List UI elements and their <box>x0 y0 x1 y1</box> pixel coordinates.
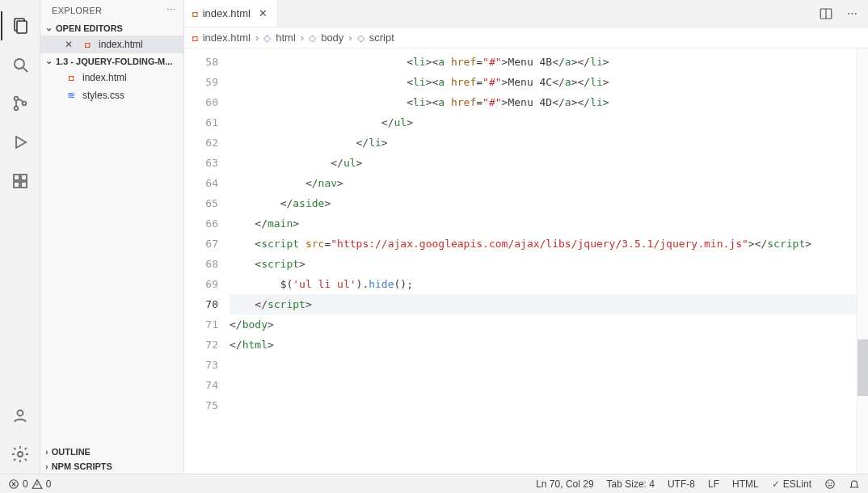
code-line[interactable]: <li><a href="#">Menu 4C</a></li> <box>230 72 868 92</box>
chevron-right-icon: › <box>255 32 259 44</box>
npm-label: NPM SCRIPTS <box>52 461 112 471</box>
outline-label: OUTLINE <box>52 447 91 457</box>
svg-point-4 <box>14 97 18 101</box>
html-file-icon: ◘ <box>192 33 198 43</box>
open-editor-item[interactable]: ✕ ◘ index.html <box>40 36 183 53</box>
explorer-icon[interactable] <box>1 6 40 45</box>
error-count: 0 <box>23 478 28 490</box>
close-icon[interactable]: ✕ <box>65 39 76 50</box>
open-editors-label: OPEN EDITORS <box>56 23 123 33</box>
svg-point-12 <box>17 411 23 416</box>
svg-point-21 <box>828 482 829 483</box>
breadcrumb-item[interactable]: ◇ html <box>263 32 296 44</box>
npm-scripts-header[interactable]: › NPM SCRIPTS <box>40 459 183 474</box>
code-line[interactable]: </body> <box>230 314 868 335</box>
status-tabsize[interactable]: Tab Size: 4 <box>607 478 655 490</box>
svg-rect-1 <box>17 21 27 33</box>
status-bar: 0 0 Ln 70, Col 29 Tab Size: 4 UTF-8 LF H… <box>0 474 868 493</box>
svg-rect-9 <box>14 182 19 188</box>
chevron-down-icon: ⌄ <box>45 56 53 66</box>
editor-tab[interactable]: ◘ index.html ✕ <box>184 0 278 27</box>
svg-point-22 <box>831 482 832 483</box>
code-line[interactable]: </script> <box>230 294 868 314</box>
search-icon[interactable] <box>1 45 40 84</box>
status-eol[interactable]: LF <box>708 478 719 490</box>
breadcrumb-label: script <box>369 32 394 44</box>
split-editor-icon[interactable] <box>818 6 834 22</box>
status-problems[interactable]: 0 0 <box>8 478 51 490</box>
svg-point-20 <box>826 479 835 488</box>
svg-rect-11 <box>21 175 27 180</box>
svg-rect-10 <box>21 182 27 188</box>
html-file-icon: ◘ <box>65 71 78 84</box>
project-label: 1.3 - JQUERY-FOLDING-M... <box>56 57 172 66</box>
element-icon: ◇ <box>263 32 271 44</box>
run-debug-icon[interactable] <box>1 123 40 162</box>
svg-point-5 <box>14 107 18 111</box>
chevron-right-icon: › <box>348 32 352 44</box>
breadcrumb-label: body <box>321 32 343 44</box>
breadcrumbs[interactable]: ◘ index.html › ◇ html › ◇ body › ◇ scrip… <box>184 27 868 48</box>
code-line[interactable]: </aside> <box>230 193 868 213</box>
breadcrumb-item[interactable]: ◇ body <box>309 32 343 44</box>
editor-group: ◘ index.html ✕ ⋯ ◘ index.html › ◇ html › <box>184 0 868 474</box>
warning-count: 0 <box>46 478 52 490</box>
status-feedback-icon[interactable] <box>824 478 836 490</box>
line-number-gutter[interactable]: 585960616263646566676869707172737475 <box>184 48 230 474</box>
project-file-item[interactable]: ≋ styles.css <box>40 86 183 104</box>
status-cursor[interactable]: Ln 70, Col 29 <box>536 478 593 490</box>
project-file-item[interactable]: ◘ index.html <box>40 69 183 86</box>
code-line[interactable]: </ul> <box>230 153 868 173</box>
element-icon: ◇ <box>309 32 316 44</box>
status-language[interactable]: HTML <box>732 478 759 490</box>
html-file-icon: ◘ <box>192 9 198 19</box>
file-name: styles.css <box>82 90 124 101</box>
chevron-right-icon: › <box>45 447 48 457</box>
status-encoding[interactable]: UTF-8 <box>668 478 695 490</box>
element-icon: ◇ <box>357 32 364 44</box>
svg-point-13 <box>18 452 23 457</box>
html-file-icon: ◘ <box>81 38 94 51</box>
tab-label: index.html <box>203 7 251 19</box>
svg-rect-8 <box>14 175 19 180</box>
css-file-icon: ≋ <box>65 89 78 102</box>
editor-more-icon[interactable]: ⋯ <box>844 6 860 22</box>
open-editors-header[interactable]: ⌄ OPEN EDITORS <box>40 20 183 36</box>
chevron-right-icon: › <box>301 32 304 44</box>
code-line[interactable]: <script> <box>230 254 868 274</box>
code-line[interactable]: </nav> <box>230 173 868 193</box>
activity-bar <box>0 0 40 474</box>
outline-header[interactable]: › OUTLINE <box>40 445 183 459</box>
code-line[interactable]: </html> <box>230 335 868 355</box>
code-line[interactable]: <li><a href="#">Menu 4B</a></li> <box>230 52 868 72</box>
chevron-down-icon: ⌄ <box>45 23 53 33</box>
breadcrumb-item[interactable]: ◘ index.html <box>192 32 251 44</box>
source-control-icon[interactable] <box>1 84 40 123</box>
breadcrumb-label: index.html <box>203 32 251 44</box>
accounts-icon[interactable] <box>1 396 40 435</box>
code-line[interactable]: <li><a href="#">Menu 4D</a></li> <box>230 92 868 112</box>
project-header[interactable]: ⌄ 1.3 - JQUERY-FOLDING-M... <box>40 53 183 69</box>
extensions-icon[interactable] <box>1 162 40 200</box>
svg-point-2 <box>15 59 24 69</box>
code-editor[interactable]: 585960616263646566676869707172737475 <li… <box>184 48 868 474</box>
explorer-more-icon[interactable]: ⋯ <box>166 5 175 15</box>
minimap-scrollbar[interactable] <box>857 48 868 474</box>
status-eslint[interactable]: ✓ ESLint <box>772 478 811 490</box>
settings-gear-icon[interactable] <box>1 435 40 474</box>
svg-marker-7 <box>16 137 26 148</box>
close-icon[interactable]: ✕ <box>259 7 268 19</box>
code-content[interactable]: <li><a href="#">Menu 4B</a></li> <li><a … <box>230 48 868 474</box>
code-line[interactable]: </main> <box>230 213 868 234</box>
explorer-sidebar: EXPLORER ⋯ ⌄ OPEN EDITORS ✕ ◘ index.html… <box>40 0 184 474</box>
file-name: index.html <box>82 72 127 83</box>
code-line[interactable]: </ul> <box>230 112 868 133</box>
tab-bar: ◘ index.html ✕ ⋯ <box>184 0 868 27</box>
code-line[interactable]: <script src="https://ajax.googleapis.com… <box>230 234 868 254</box>
code-line[interactable]: $('ul li ul').hide(); <box>230 274 868 294</box>
scrollbar-thumb[interactable] <box>857 339 868 396</box>
code-line[interactable]: </li> <box>230 133 868 153</box>
svg-line-3 <box>23 68 27 72</box>
status-notifications-icon[interactable] <box>849 478 860 490</box>
breadcrumb-item[interactable]: ◇ script <box>357 32 394 44</box>
